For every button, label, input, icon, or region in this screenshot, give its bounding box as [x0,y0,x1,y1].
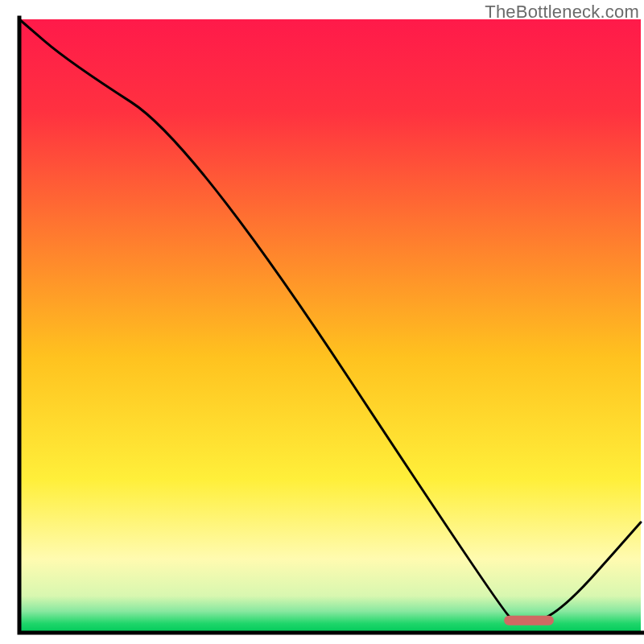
bottleneck-chart [0,0,644,644]
optimal-range-marker [504,616,554,625]
plot-background [19,19,641,633]
chart-stage: TheBottleneck.com [0,0,644,644]
